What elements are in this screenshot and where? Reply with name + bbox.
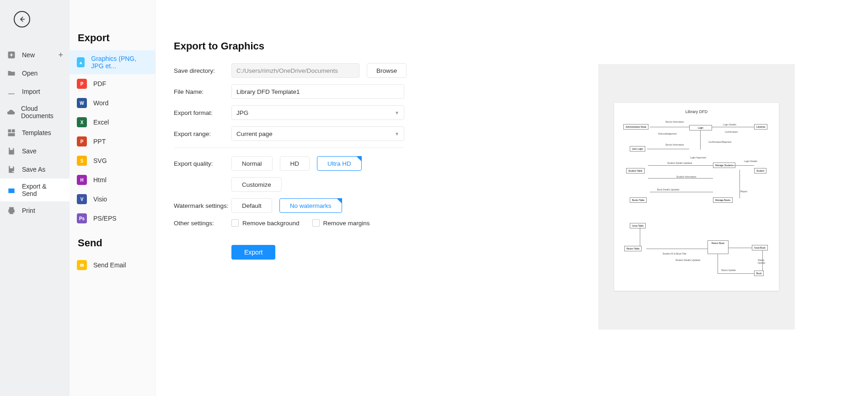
export-item-label: PS/EPS xyxy=(93,215,117,222)
excel-icon: X xyxy=(77,117,87,127)
preview-document: Library DFD Administrative Mode Login Li… xyxy=(614,103,779,291)
save-icon xyxy=(6,146,16,156)
checkbox-icon xyxy=(231,219,239,227)
browse-button[interactable]: Browse xyxy=(367,63,407,78)
dfd-box: Manage Students xyxy=(713,163,735,168)
filename-input[interactable] xyxy=(231,84,404,99)
export-word[interactable]: W Word xyxy=(70,93,155,113)
remove-bg-label: Remove background xyxy=(242,220,300,227)
dfd-box: Administrative Mode xyxy=(623,124,648,130)
dfd-label: Confirmation xyxy=(725,130,738,133)
svg-rect-14 xyxy=(8,133,15,136)
export-svg[interactable]: S SVG xyxy=(70,151,155,170)
export-excel[interactable]: X Excel xyxy=(70,113,155,132)
export-pdf[interactable]: P PDF xyxy=(70,74,155,93)
nav-label: Open xyxy=(22,70,38,77)
preview-title: Library DFD xyxy=(622,109,772,114)
dfd-box: Login xyxy=(689,125,712,130)
folder-icon xyxy=(6,68,16,78)
dfd-box: Books Table xyxy=(630,197,647,203)
print-icon xyxy=(6,206,16,216)
dfd-label: Student Details Updated xyxy=(667,162,692,164)
dfd-box: Return Table xyxy=(624,246,642,251)
export-item-label: Word xyxy=(93,99,108,107)
customize-button[interactable]: Customize xyxy=(231,177,282,192)
nav-export-send[interactable]: Export & Send xyxy=(0,179,70,201)
export-button[interactable]: Export xyxy=(231,245,275,260)
other-label: Other settings: xyxy=(174,220,231,227)
dfd-box: Return Book xyxy=(707,240,729,254)
quality-hd[interactable]: HD xyxy=(280,156,310,171)
dfd-label: Login Details xyxy=(744,160,757,163)
save-as-icon xyxy=(6,164,16,174)
export-item-label: PPT xyxy=(93,138,106,145)
export-ps[interactable]: Ps PS/EPS xyxy=(70,209,155,228)
nav-label: Import xyxy=(22,88,40,95)
format-label: Export format: xyxy=(174,109,231,116)
chevron-down-icon: ▼ xyxy=(395,131,399,136)
nav-cloud[interactable]: Cloud Documents xyxy=(0,101,70,124)
watermark-none[interactable]: No watermarks xyxy=(279,198,342,213)
nav-templates[interactable]: Templates xyxy=(0,124,70,142)
nav-save[interactable]: Save xyxy=(0,142,70,160)
ppt-icon: P xyxy=(77,136,87,146)
export-visio[interactable]: V Visio xyxy=(70,190,155,209)
dfd-box: User Login xyxy=(630,146,645,152)
format-value: JPG xyxy=(236,109,248,116)
svg-rect-13 xyxy=(12,130,15,133)
remove-bg-checkbox[interactable]: Remove background xyxy=(231,219,300,227)
divider xyxy=(174,147,404,148)
remove-margins-checkbox[interactable]: Remove margins xyxy=(312,219,370,227)
chevron-down-icon: ▼ xyxy=(395,110,399,115)
page-title: Export to Graphics xyxy=(174,40,850,52)
dfd-label: Book Details Updated xyxy=(657,188,679,191)
dfd-label: Status Update xyxy=(721,269,736,271)
preview-pane: Library DFD Administrative Mode Login Li… xyxy=(598,64,795,330)
svg-icon: S xyxy=(77,156,87,166)
nav-label: Export & Send xyxy=(22,183,63,197)
visio-icon: V xyxy=(77,194,87,204)
export-graphics[interactable]: ▲ Graphics (PNG, JPG et... xyxy=(70,50,155,74)
dfd-box: Student Table xyxy=(626,168,645,174)
dfd-label: Status Update xyxy=(758,259,772,264)
plus-icon[interactable]: + xyxy=(58,50,63,60)
remove-margins-label: Remove margins xyxy=(323,220,370,227)
dfd-label: Student ID & Book Title xyxy=(663,252,686,255)
cloud-icon xyxy=(6,107,16,117)
save-dir-input[interactable] xyxy=(231,63,359,78)
nav-new[interactable]: New + xyxy=(0,46,70,64)
export-item-label: Excel xyxy=(93,119,109,126)
nav-label: New xyxy=(22,51,35,59)
send-item-label: Send Email xyxy=(93,261,126,269)
quality-ultra-hd[interactable]: Ultra HD xyxy=(317,156,362,171)
pdf-icon: P xyxy=(77,79,87,89)
checkbox-icon xyxy=(312,219,320,227)
watermark-label: Watermark settings: xyxy=(174,202,231,209)
templates-icon xyxy=(6,128,16,138)
format-select[interactable]: JPG ▼ xyxy=(231,105,404,120)
dfd-label: Sends Information xyxy=(665,143,684,146)
export-item-label: SVG xyxy=(93,157,107,164)
range-label: Export range: xyxy=(174,130,231,137)
import-icon xyxy=(6,87,16,97)
dfd-box: Librarian xyxy=(754,124,767,130)
watermark-default[interactable]: Default xyxy=(231,198,272,213)
email-icon: ✉ xyxy=(77,260,87,270)
nav-save-as[interactable]: Save As xyxy=(0,160,70,179)
quality-normal[interactable]: Normal xyxy=(231,156,273,171)
dfd-box: Manage Books xyxy=(713,197,733,203)
range-select[interactable]: Current page ▼ xyxy=(231,126,404,141)
nav-label: Templates xyxy=(22,129,51,136)
nav-print[interactable]: Print xyxy=(0,201,70,220)
dfd-label: Report xyxy=(740,190,747,193)
nav-label: Save As xyxy=(22,166,45,173)
export-item-label: Visio xyxy=(93,195,107,203)
dfd-box: Book xyxy=(754,271,764,276)
export-ppt[interactable]: P PPT xyxy=(70,132,155,151)
back-button[interactable] xyxy=(14,11,30,27)
nav-label: Print xyxy=(22,207,35,214)
send-email[interactable]: ✉ Send Email xyxy=(70,255,155,275)
export-html[interactable]: H Html xyxy=(70,170,155,190)
nav-import[interactable]: Import xyxy=(0,82,70,101)
nav-open[interactable]: Open xyxy=(0,64,70,82)
